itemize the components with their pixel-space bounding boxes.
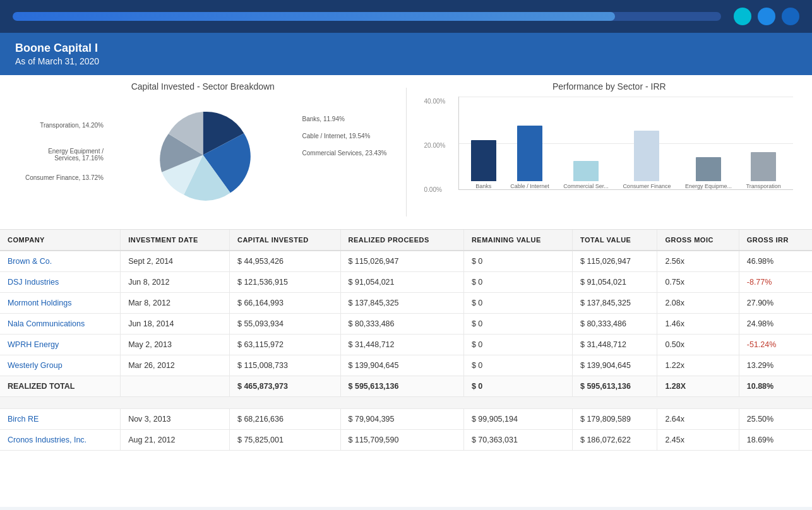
cell-2: $ 55,093,934 <box>229 314 340 335</box>
investments-table: COMPANY INVESTMENT DATE CAPITAL INVESTED… <box>0 230 812 451</box>
col-capital: CAPITAL INVESTED <box>229 230 340 251</box>
icon-3[interactable] <box>782 8 799 25</box>
cell-6: 2.56x <box>657 251 739 272</box>
cell-2: $ 75,825,001 <box>229 430 340 451</box>
table-container: COMPANY INVESTMENT DATE CAPITAL INVESTED… <box>0 230 812 507</box>
bar-chart-section: Performance by Sector - IRR 40.00% 20.00… <box>407 81 813 223</box>
cell-0: Birch RE <box>0 409 121 430</box>
table-row: Mormont HoldingsMar 8, 2012$ 66,164,993$… <box>0 293 812 314</box>
cell-3: $ 115,026,947 <box>340 251 463 272</box>
pie-labels-left: Transporation, 14.20% Energy Equipment /… <box>25 122 104 181</box>
pie-container: Transporation, 14.20% Energy Equipment /… <box>13 97 393 213</box>
cell-2: $ 44,953,426 <box>229 251 340 272</box>
bar-chart-container: 40.00% 20.00% 0.00% Banks <box>419 97 800 213</box>
cell-6: 1.22x <box>657 355 739 376</box>
icon-2[interactable] <box>758 8 775 25</box>
cell-1: Mar 26, 2012 <box>121 355 230 376</box>
cell-1: Sept 2, 2014 <box>121 251 230 272</box>
bar-label-consumer: Consumer Finance <box>623 183 671 189</box>
cell-5: $ 80,333,486 <box>572 314 657 335</box>
top-bar <box>0 0 812 33</box>
cell-7: 27.90% <box>739 293 812 314</box>
progress-bar <box>13 12 721 21</box>
charts-area: Capital Invested - Sector Breakdown Tran… <box>0 75 812 230</box>
col-total: TOTAL VALUE <box>572 230 657 251</box>
cell-5: $ 139,904,645 <box>572 355 657 376</box>
top-bar-icons <box>734 8 799 25</box>
table-row: Nala CommunicationsJun 18, 2014$ 55,093,… <box>0 314 812 335</box>
cell-1: May 2, 2013 <box>121 335 230 355</box>
cell-6: 2.45x <box>657 430 739 451</box>
pie-label-commercial: Commercial Services, 23.43% <box>302 150 387 157</box>
cell-1 <box>121 376 230 397</box>
table-body: Brown & Co.Sept 2, 2014$ 44,953,426$ 115… <box>0 251 812 451</box>
cell-2: $ 115,008,733 <box>229 355 340 376</box>
cell-4: $ 70,363,031 <box>463 430 572 451</box>
col-irr: GROSS IRR <box>739 230 812 251</box>
pie-labels-right: Banks, 11.94% Cable / Internet, 19.54% C… <box>302 116 387 157</box>
cell-2: $ 66,164,993 <box>229 293 340 314</box>
bar-group-transport: Transporation <box>746 152 781 189</box>
cell-2: $ 63,115,972 <box>229 335 340 355</box>
cell-5: $ 31,448,712 <box>572 335 657 355</box>
pie-svg <box>154 106 252 204</box>
cell-3: $ 79,904,395 <box>340 409 463 430</box>
cell-3: $ 595,613,136 <box>340 376 463 397</box>
cell-4: $ 0 <box>463 355 572 376</box>
cell-0: Westerly Group <box>0 355 121 376</box>
cell-7: 18.69% <box>739 430 812 451</box>
cell-3: $ 91,054,021 <box>340 272 463 293</box>
table-row: Brown & Co.Sept 2, 2014$ 44,953,426$ 115… <box>0 251 812 272</box>
cell-7: 24.98% <box>739 314 812 335</box>
cell-4: $ 99,905,194 <box>463 409 572 430</box>
cell-4: $ 0 <box>463 335 572 355</box>
cell-0: Cronos Industries, Inc. <box>0 430 121 451</box>
icon-1[interactable] <box>734 8 751 25</box>
col-realized: REALIZED PROCEEDS <box>340 230 463 251</box>
table-row: Cronos Industries, Inc.Aug 21, 2012$ 75,… <box>0 430 812 451</box>
cell-1: Mar 8, 2012 <box>121 293 230 314</box>
cell-1: Jun 8, 2012 <box>121 272 230 293</box>
cell-1: Nov 3, 2013 <box>121 409 230 430</box>
cell-5: $ 186,072,622 <box>572 430 657 451</box>
y-label-20: 20.00% <box>424 142 446 149</box>
fund-title: Boone Capital I <box>15 42 797 55</box>
cell-5: $ 91,054,021 <box>572 272 657 293</box>
header: Boone Capital I As of March 31, 2020 <box>0 33 812 75</box>
bar-cable <box>517 126 542 181</box>
bar-consumer <box>634 131 659 181</box>
col-company: COMPANY <box>0 230 121 251</box>
pie-chart-section: Capital Invested - Sector Breakdown Tran… <box>0 81 406 223</box>
cell-2: $ 68,216,636 <box>229 409 340 430</box>
bar-chart-inner: Banks Cable / Internet Commercial Ser... <box>458 97 794 190</box>
cell-3: $ 80,333,486 <box>340 314 463 335</box>
bar-label-cable: Cable / Internet <box>510 183 549 189</box>
fund-date: As of March 31, 2020 <box>15 56 797 66</box>
cell-1: Jun 18, 2014 <box>121 314 230 335</box>
cell-0: Nala Communications <box>0 314 121 335</box>
bar-commercial <box>573 161 599 181</box>
table-header-row: COMPANY INVESTMENT DATE CAPITAL INVESTED… <box>0 230 812 251</box>
pie-chart-title: Capital Invested - Sector Breakdown <box>13 81 393 92</box>
cell-5: $ 595,613,136 <box>572 376 657 397</box>
cell-5: $ 137,845,325 <box>572 293 657 314</box>
bar-group-banks: Banks <box>471 140 496 189</box>
cell-3: $ 31,448,712 <box>340 335 463 355</box>
bar-label-transport: Transporation <box>746 183 781 189</box>
progress-fill <box>13 12 615 21</box>
cell-4: $ 0 <box>463 251 572 272</box>
cell-7: -51.24% <box>739 335 812 355</box>
cell-4: $ 0 <box>463 314 572 335</box>
bar-group-cable: Cable / Internet <box>510 126 549 189</box>
cell-3: $ 139,904,645 <box>340 355 463 376</box>
cell-0: Mormont Holdings <box>0 293 121 314</box>
table-row: Birch RENov 3, 2013$ 68,216,636$ 79,904,… <box>0 409 812 430</box>
separator-row <box>0 397 812 409</box>
pie-label-cable: Cable / Internet, 19.54% <box>302 133 387 139</box>
bar-transport <box>751 152 776 181</box>
cell-5: $ 179,809,589 <box>572 409 657 430</box>
cell-0: Brown & Co. <box>0 251 121 272</box>
cell-4: $ 0 <box>463 376 572 397</box>
cell-0: WPRH Energy <box>0 335 121 355</box>
cell-1: Aug 21, 2012 <box>121 430 230 451</box>
